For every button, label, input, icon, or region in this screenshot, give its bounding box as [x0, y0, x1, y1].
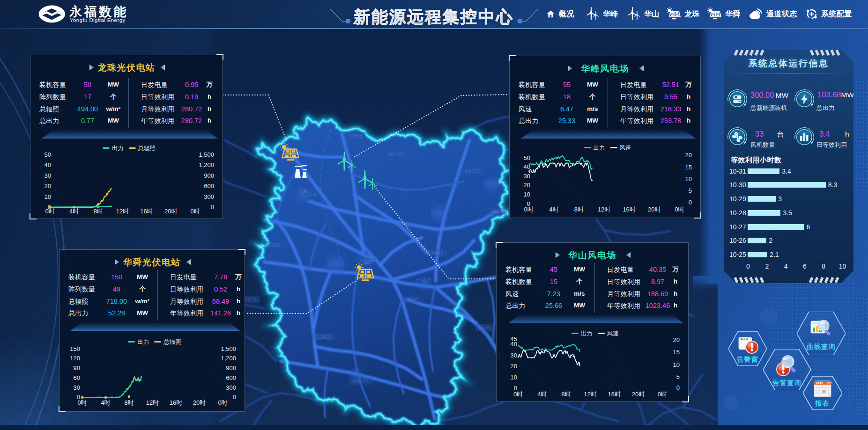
svg-text:G0423: G0423	[315, 334, 331, 340]
svg-text:乐昌市: 乐昌市	[327, 261, 345, 267]
svg-text:2013: 2013	[827, 382, 832, 384]
svg-text:G323: G323	[268, 242, 281, 248]
svg-text:G6011: G6011	[465, 168, 480, 174]
svg-text:G0422: G0422	[353, 379, 368, 384]
svg-text:S27: S27	[364, 259, 373, 265]
svg-text:南雄市: 南雄市	[484, 180, 502, 187]
svg-text:G535: G535	[479, 325, 491, 330]
svg-text:G0422: G0422	[428, 250, 443, 255]
svg-text:仁化县: 仁化县	[415, 278, 433, 284]
svg-text:始兴县: 始兴县	[430, 209, 448, 216]
svg-text:G0422: G0422	[388, 152, 403, 157]
svg-text:G535: G535	[350, 133, 363, 138]
svg-text:S22: S22	[408, 297, 417, 302]
svg-text:乳源县: 乳源县	[300, 190, 318, 197]
svg-text:G535: G535	[491, 209, 504, 214]
svg-text:APRIL: APRIL	[816, 381, 824, 384]
